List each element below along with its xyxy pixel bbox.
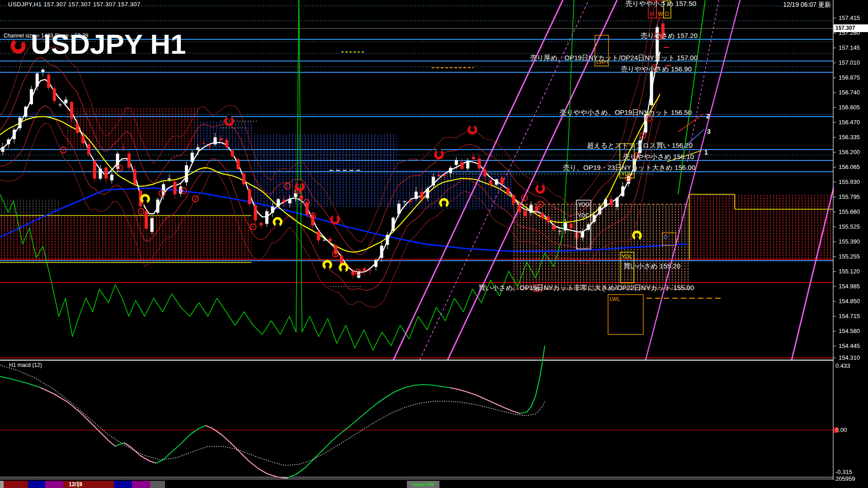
svg-text:156.875: 156.875 <box>839 74 860 81</box>
svg-text:155.255: 155.255 <box>839 253 860 260</box>
watermark-text: USDJPY H1 <box>31 28 186 60</box>
current-price-badge: 157.307 <box>834 24 868 32</box>
date-label: 12/19 <box>69 481 82 488</box>
watermark: USDJPY H1 <box>10 28 186 60</box>
price-axis: 157.415157.280157.145157.010156.875156.7… <box>833 0 868 482</box>
svg-text:155.120: 155.120 <box>839 268 860 275</box>
price-annotation: 売り小さめ 157.20 <box>641 32 698 40</box>
symbol-ohlc-title: USDJPY,H1 157.307 157.307 157.307 157.30… <box>8 1 141 8</box>
svg-text:154.580: 154.580 <box>839 328 860 334</box>
macd-toggle-button[interactable]: macd ON <box>407 481 439 488</box>
chart-canvas[interactable]: 231MWDLWHYDHYDOYDCYDLDLWLW157.415157.280… <box>0 0 868 488</box>
svg-text:D: D <box>664 234 668 240</box>
session-segment[interactable] <box>4 481 28 488</box>
broker-logo-icon <box>10 34 26 55</box>
svg-text:157.415: 157.415 <box>839 14 860 21</box>
session-segment[interactable] <box>0 481 4 488</box>
price-annotation: 買い小さめ、OP19日NYカット非常に大きめ/OP22日NYカット 155.00 <box>478 284 694 292</box>
svg-text:156.740: 156.740 <box>839 89 860 96</box>
macd-indicator-label: H1 macd (12) <box>9 362 42 368</box>
price-annotation: 売りやや小さめ 157.50 <box>625 0 696 8</box>
price-annotation: 売り厚め、OP19日NYカット/OP24日NYカット 157.00 <box>530 54 698 62</box>
price-annotation: 売りやや小さめ、OP19日NYカット 156.50 <box>560 108 692 117</box>
svg-text:1: 1 <box>704 149 708 156</box>
svg-text:156.200: 156.200 <box>839 149 860 155</box>
price-annotation: 売りやや小さめ 156.90 <box>621 65 692 74</box>
svg-text:0.433: 0.433 <box>835 362 850 369</box>
price-annotation: 買い小さめ 155.20 <box>623 262 680 271</box>
svg-text:W: W <box>658 11 663 17</box>
price-annotation: 超えるとストップロス買い 156.20 <box>587 141 693 150</box>
svg-text:155.795: 155.795 <box>839 193 860 200</box>
svg-text:YDC: YDC <box>578 212 590 219</box>
svg-text:YDO: YDO <box>578 202 590 208</box>
price-annotation: 売りやや小さめ 156.10 <box>623 153 694 161</box>
session-segment[interactable] <box>114 481 132 488</box>
svg-text:157.010: 157.010 <box>839 59 860 66</box>
svg-text:2: 2 <box>706 113 710 120</box>
svg-text:154.445: 154.445 <box>839 343 860 349</box>
session-segment[interactable] <box>28 481 45 488</box>
svg-text:155.390: 155.390 <box>839 238 860 245</box>
svg-text:156.335: 156.335 <box>839 134 860 141</box>
svg-text:156.065: 156.065 <box>839 164 860 170</box>
svg-text:LWL: LWL <box>609 296 620 302</box>
session-segment[interactable] <box>150 481 165 488</box>
svg-text:157.145: 157.145 <box>839 44 860 51</box>
svg-text:155.660: 155.660 <box>839 208 860 215</box>
session-segment[interactable] <box>45 481 63 488</box>
macd-panel <box>0 346 833 478</box>
svg-text:D: D <box>665 11 669 17</box>
svg-text:M: M <box>650 11 654 17</box>
svg-text:154.850: 154.850 <box>839 298 860 305</box>
svg-text:3: 3 <box>707 128 711 135</box>
mt4-chart-window: 231MWDLWHYDHYDOYDCYDLDLWLW157.415157.280… <box>0 0 868 488</box>
svg-text:-0.315: -0.315 <box>835 469 852 475</box>
session-segment[interactable] <box>165 481 868 488</box>
svg-text:154.715: 154.715 <box>839 313 860 319</box>
svg-text:154.310: 154.310 <box>839 354 860 361</box>
svg-text:156.605: 156.605 <box>839 104 860 111</box>
last-updated-label: 12/19 06:07 更新 <box>783 1 831 9</box>
svg-text:156.470: 156.470 <box>839 119 860 126</box>
session-segment[interactable] <box>132 481 150 488</box>
svg-text:155.930: 155.930 <box>839 178 860 185</box>
price-annotation: 売り、OP19・23日NYカット大きめ 156.00 <box>563 164 695 172</box>
svg-text:155.525: 155.525 <box>839 223 860 230</box>
svg-text:154.985: 154.985 <box>839 283 860 290</box>
svg-text:0.00: 0.00 <box>835 427 847 433</box>
svg-text:YDL: YDL <box>622 253 632 260</box>
